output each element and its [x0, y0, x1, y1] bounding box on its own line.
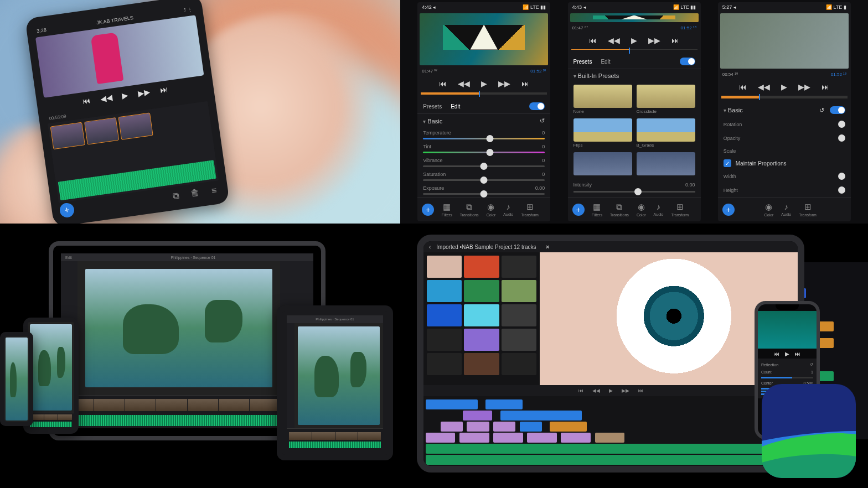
slider-count[interactable]: Count1 [761, 368, 813, 376]
go-end-icon[interactable]: ⏭ [638, 388, 643, 393]
tool-icon[interactable]: ✂ [592, 470, 598, 473]
video-preview[interactable] [6, 338, 28, 420]
chevron-down-icon[interactable]: ▾ [574, 73, 576, 79]
enable-toggle[interactable] [680, 58, 695, 65]
step-fwd-icon[interactable]: ▶▶ [798, 82, 810, 91]
slider-rotation[interactable]: Rotation [718, 117, 851, 131]
preset-item[interactable] [637, 85, 695, 108]
media-thumb[interactable] [502, 256, 536, 278]
tool-filters[interactable]: ▦Filters [442, 202, 452, 217]
video-preview[interactable] [85, 269, 272, 387]
media-thumb[interactable] [464, 256, 499, 278]
go-start-icon[interactable]: ⏮ [439, 79, 447, 88]
step-fwd-icon[interactable]: ▶▶ [622, 388, 629, 393]
media-thumb[interactable] [464, 280, 499, 302]
step-fwd-icon[interactable]: ▶▶ [648, 36, 660, 45]
step-back-icon[interactable]: ◀◀ [592, 388, 600, 393]
step-back-icon[interactable]: ◀◀ [608, 36, 620, 45]
video-preview[interactable] [720, 13, 849, 69]
media-thumb[interactable] [427, 256, 462, 278]
media-thumb[interactable] [502, 329, 536, 351]
menu-icon[interactable]: ≡ [211, 185, 218, 196]
slider-width[interactable]: Width [718, 169, 851, 183]
slider-tint[interactable]: Tint0 [417, 142, 550, 155]
media-thumb[interactable] [502, 304, 536, 326]
video-preview[interactable] [570, 13, 699, 22]
step-fwd-icon[interactable]: ▶▶ [137, 87, 151, 98]
menu-edit[interactable]: Edit [65, 256, 72, 259]
go-end-icon[interactable]: ⏭ [795, 351, 800, 357]
chevron-down-icon[interactable]: ▾ [724, 107, 726, 113]
chevron-down-icon[interactable]: ▾ [423, 118, 426, 124]
media-thumb[interactable] [464, 304, 499, 326]
preset-item[interactable] [637, 118, 695, 142]
trash-icon[interactable]: 🗑 [190, 188, 200, 199]
step-fwd-icon[interactable]: ▶▶ [498, 79, 510, 88]
tool-audio[interactable]: ♪Audio [781, 202, 791, 217]
tool-icon[interactable]: ◉ [626, 470, 632, 473]
media-library[interactable] [423, 252, 540, 385]
go-start-icon[interactable]: ⏮ [739, 82, 747, 91]
play-icon[interactable]: ▶ [781, 82, 787, 91]
slider-intensity[interactable]: Intensity0.00 [568, 178, 701, 197]
media-thumb[interactable] [427, 280, 462, 302]
tab-presets[interactable]: Presets [423, 103, 442, 110]
tool-transitions[interactable]: ⧉Transitions [460, 202, 479, 217]
reset-icon[interactable]: ↺ [540, 117, 545, 124]
back-icon[interactable]: ‹ [429, 244, 431, 250]
close-icon[interactable]: ✕ [545, 244, 550, 250]
tool-transform[interactable]: ⊞Transform [799, 202, 817, 217]
scrubber[interactable] [421, 92, 547, 95]
add-button[interactable]: + [572, 204, 585, 216]
media-thumb[interactable] [464, 329, 499, 351]
tool-transitions[interactable]: ⧉Transitions [610, 202, 629, 217]
go-start-icon[interactable]: ⏮ [578, 388, 583, 393]
preset-item[interactable] [637, 152, 695, 175]
timeline[interactable] [287, 428, 383, 450]
tool-color[interactable]: ◉Color [487, 202, 496, 217]
copy-icon[interactable]: ⧉ [172, 191, 179, 201]
video-preview[interactable] [30, 324, 72, 411]
media-thumb[interactable] [464, 353, 499, 375]
slider-temperature[interactable]: Temperature0 [417, 128, 550, 142]
slider-saturation[interactable]: Saturation0 [417, 169, 550, 183]
tool-icon[interactable]: ⧉ [577, 470, 582, 473]
play-icon[interactable]: ▶ [122, 91, 129, 100]
go-end-icon[interactable]: ⏭ [521, 79, 529, 88]
go-start-icon[interactable]: ⏮ [589, 36, 597, 45]
timeline[interactable] [28, 413, 74, 429]
step-back-icon[interactable]: ◀◀ [758, 82, 770, 91]
tool-audio[interactable]: ♪Audio [654, 202, 664, 217]
tab-edit[interactable]: Edit [451, 103, 460, 110]
tool-color[interactable]: ◉Color [764, 202, 774, 217]
video-preview[interactable] [420, 13, 548, 65]
step-back-icon[interactable]: ◀◀ [100, 93, 113, 103]
tool-icon[interactable]: ⊞ [655, 470, 660, 473]
media-thumb[interactable] [427, 329, 462, 351]
play-icon[interactable]: ▶ [631, 36, 637, 45]
go-end-icon[interactable]: ⏭ [671, 36, 679, 45]
tool-icon[interactable]: ♪ [642, 470, 645, 473]
slider-opacity[interactable]: Opacity [718, 131, 851, 145]
go-end-icon[interactable]: ⏭ [159, 85, 168, 95]
tool-filters[interactable]: ▦Filters [592, 202, 602, 217]
play-icon[interactable]: ▶ [481, 79, 487, 88]
reset-icon[interactable]: ↺ [819, 107, 824, 114]
scrubber[interactable] [571, 49, 698, 50]
tool-transform[interactable]: ⊞Transform [521, 202, 539, 217]
reset-icon[interactable]: ↺ [810, 362, 813, 367]
go-end-icon[interactable]: ⏭ [822, 82, 829, 91]
slider-height[interactable]: Height [718, 183, 851, 197]
go-start-icon[interactable]: ⏮ [82, 96, 91, 106]
slider-exposure[interactable]: Exposure0.00 [417, 183, 550, 197]
enable-toggle[interactable] [529, 102, 545, 110]
timeline[interactable] [423, 396, 798, 468]
media-thumb[interactable] [427, 304, 462, 326]
tool-audio[interactable]: ♪Audio [503, 202, 513, 217]
video-preview[interactable] [758, 311, 817, 349]
play-icon[interactable]: ▶ [785, 351, 789, 357]
media-thumb[interactable] [502, 353, 536, 375]
slider-vibrance[interactable]: Vibrance0 [417, 155, 550, 169]
scrubber[interactable] [721, 96, 848, 98]
play-icon[interactable]: ▶ [609, 388, 613, 393]
